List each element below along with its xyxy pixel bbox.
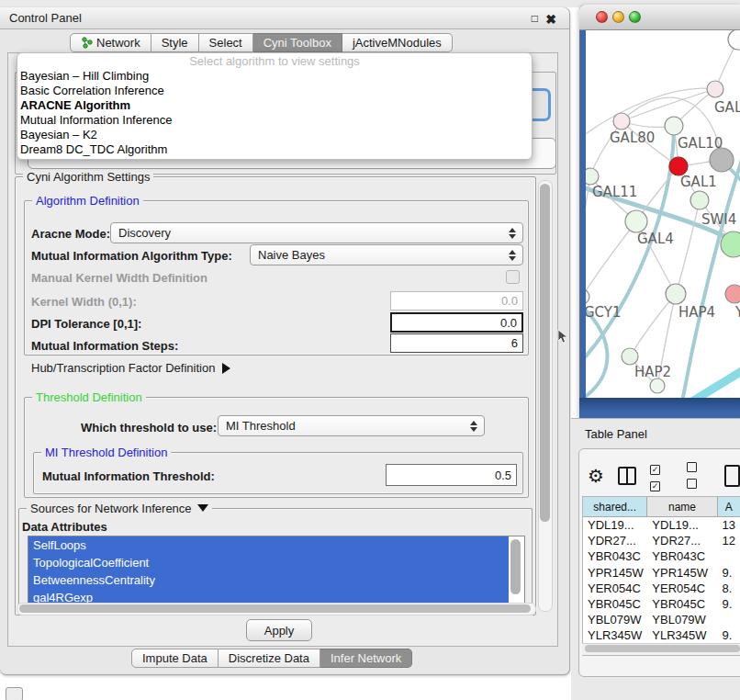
data-attribute-item[interactable]: gal4RGexp	[28, 589, 509, 604]
network-node[interactable]	[665, 117, 683, 135]
network-node[interactable]	[690, 191, 709, 209]
data-attribute-item[interactable]: SelfLoops	[28, 536, 509, 554]
minimized-panel-icon[interactable]	[6, 687, 23, 700]
data-attributes-label: Data Attributes	[22, 520, 107, 534]
network-node[interactable]	[622, 348, 638, 365]
hub-factor-label: Hub/Transcription Factor Definition	[31, 361, 215, 375]
table-row[interactable]: YBR043CYBR043C	[583, 548, 740, 564]
export-table-icon[interactable]	[724, 465, 740, 487]
collapsed-arrow-icon	[222, 363, 230, 374]
gear-icon[interactable]: ⚙	[588, 467, 604, 485]
algorithm-definition-title: Algorithm Definition	[32, 194, 143, 208]
table-column-header[interactable]: shared...	[583, 497, 647, 516]
network-node[interactable]	[728, 30, 740, 50]
list-scrollbar-thumb[interactable]	[510, 539, 521, 594]
mi-steps-label: Mutual Information Steps:	[31, 339, 178, 353]
table-cell: YDR27...	[583, 533, 647, 548]
mi-threshold-field[interactable]: 0.5	[386, 464, 517, 486]
tab-infer-network[interactable]: Infer Network	[320, 649, 412, 668]
dpi-tolerance-field[interactable]: 0.0	[390, 312, 523, 333]
table-cell: YBL079W	[583, 612, 647, 627]
data-attribute-item[interactable]: BetweennessCentrality	[28, 571, 509, 589]
table-cell: YDL19...	[647, 517, 717, 533]
control-panel-tabs: NetworkStyleSelectCyni ToolboxjActiveMNo…	[70, 33, 453, 52]
table-column-header[interactable]: name	[647, 497, 717, 516]
data-attributes-list[interactable]: SelfLoopsTopologicalCoefficientBetweenne…	[28, 536, 525, 604]
table-column-header[interactable]: A	[718, 497, 740, 516]
algorithm-option[interactable]: ARACNE Algorithm	[17, 98, 532, 113]
tab-cyni-toolbox[interactable]: Cyni Toolbox	[253, 33, 342, 52]
close-window-icon[interactable]: ✖	[545, 12, 556, 27]
mi-steps-field[interactable]: 6	[390, 333, 523, 353]
tab-select[interactable]: Select	[199, 33, 253, 52]
stepper-icon	[509, 228, 516, 239]
columns-icon[interactable]	[618, 467, 636, 485]
table-cell	[718, 548, 740, 564]
algorithm-option[interactable]: Dream8 DC_TDC Algorithm	[17, 142, 532, 157]
network-node[interactable]	[613, 113, 630, 130]
table-row[interactable]: YBR045CYBR045C9.	[583, 596, 740, 612]
data-attribute-item[interactable]: TopologicalCoefficient	[28, 554, 509, 571]
table-cell: YER054C	[583, 581, 647, 596]
control-panel-titlebar	[0, 7, 569, 29]
table-cell: 9.	[718, 565, 740, 581]
sources-title[interactable]: Sources for Network Inference	[27, 502, 212, 515]
tab-style[interactable]: Style	[151, 33, 199, 52]
table-row[interactable]: YER054CYER054C8.	[583, 581, 740, 596]
tab-label: Impute Data	[142, 651, 207, 665]
table-row[interactable]: YLR345WYLR345W9.	[583, 627, 740, 643]
network-graph: GALGAL80GAL10GAL1GAL11GAL4SWI4GCY1HAP4YH…	[586, 30, 740, 398]
float-window-icon[interactable]: □	[532, 12, 538, 25]
network-canvas[interactable]: GALGAL80GAL10GAL1GAL11GAL4SWI4GCY1HAP4YH…	[586, 30, 740, 398]
algorithm-option[interactable]: Mutual Information Inference	[17, 113, 532, 128]
network-node[interactable]	[669, 157, 688, 175]
manual-kernel-label: Manual Kernel Width Definition	[31, 271, 207, 285]
zoom-traffic-light-icon[interactable]	[629, 11, 641, 23]
network-node[interactable]	[586, 289, 589, 304]
deselect-all-columns-icon[interactable]	[687, 459, 710, 492]
apply-button[interactable]: Apply	[246, 619, 312, 641]
table-cell: 13	[718, 517, 740, 533]
aracne-mode-combobox[interactable]: Discovery	[110, 222, 523, 243]
settings-vertical-scrollbar-thumb[interactable]	[540, 184, 550, 522]
close-traffic-light-icon[interactable]	[596, 11, 608, 23]
hub-factor-section-toggle[interactable]: Hub/Transcription Factor Definition	[31, 361, 230, 375]
network-node[interactable]	[725, 285, 740, 303]
table-cell: 9.	[718, 596, 740, 612]
select-all-columns-icon[interactable]: ✓✓	[650, 459, 673, 492]
tab-jactivemnodules[interactable]: jActiveMNodules	[342, 33, 453, 52]
network-node[interactable]	[625, 210, 647, 232]
table-cell: YDL19...	[583, 517, 647, 533]
network-node[interactable]	[650, 378, 665, 393]
network-node[interactable]	[586, 168, 599, 185]
table-cell: YER054C	[647, 581, 717, 596]
tab-discretize-data[interactable]: Discretize Data	[219, 649, 320, 668]
table-row[interactable]: YPR145WYPR145W9.	[583, 565, 740, 581]
algorithm-option[interactable]: Basic Correlation Inference	[17, 84, 532, 98]
minimize-traffic-light-icon[interactable]	[612, 11, 624, 23]
network-node[interactable]	[707, 81, 723, 97]
table-row[interactable]: YDR27...YDR27...12	[583, 533, 740, 548]
settings-horizontal-scrollbar-thumb[interactable]	[19, 604, 531, 613]
algorithm-option[interactable]: Bayesian – K2	[17, 128, 532, 142]
tab-label: Cyni Toolbox	[263, 36, 331, 50]
node-table[interactable]: shared...nameA YDL19...YDL19...13YDR27..…	[582, 496, 740, 656]
which-threshold-combobox[interactable]: MI Threshold	[218, 415, 485, 436]
tab-network[interactable]: Network	[70, 33, 151, 52]
table-horizontal-scrollbar-thumb[interactable]	[585, 645, 740, 652]
kernel-width-field[interactable]: 0.0	[390, 291, 523, 310]
algorithm-option[interactable]: Bayesian – Hill Climbing	[17, 69, 532, 84]
table-row[interactable]: YBL079WYBL079W	[583, 612, 740, 627]
network-node-label: Y	[734, 304, 740, 321]
algorithm-dropdown-popup: Select algorithm to view settings Bayesi…	[17, 52, 533, 160]
network-node-label: GCY1	[586, 304, 622, 321]
cyni-algorithm-settings-title: Cyni Algorithm Settings	[23, 170, 153, 184]
algorithm-dropdown-placeholder: Select algorithm to view settings	[17, 53, 532, 69]
network-node-label: GAL4	[637, 231, 674, 247]
network-edge	[683, 367, 740, 398]
tab-impute-data[interactable]: Impute Data	[131, 649, 219, 668]
mi-type-combobox[interactable]: Naive Bayes	[250, 244, 523, 265]
table-row[interactable]: YDL19...YDL19...13	[583, 517, 740, 533]
manual-kernel-checkbox[interactable]	[506, 270, 520, 284]
network-node[interactable]	[666, 284, 686, 304]
